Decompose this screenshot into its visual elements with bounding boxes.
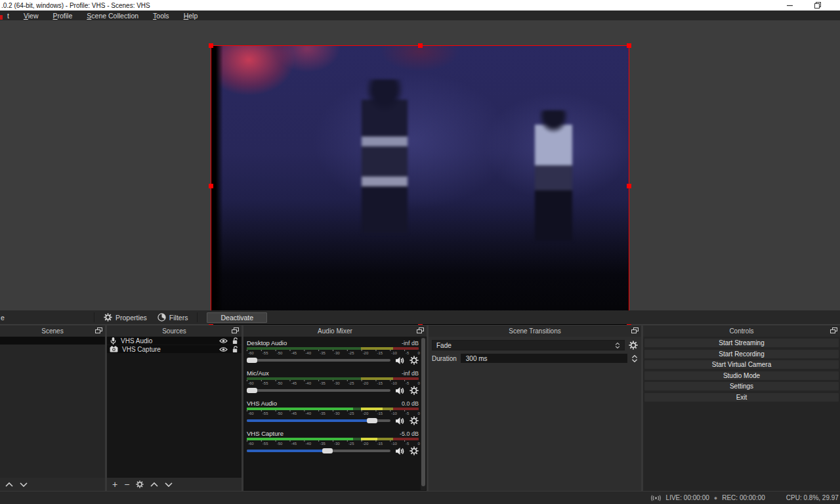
menu-tools[interactable]: Tools: [146, 12, 177, 20]
scene-transitions-panel: Scene Transitions Fade: [429, 326, 641, 491]
menu-scene-collection[interactable]: Scene Collection: [79, 12, 146, 20]
menu-bar: tViewProfileScene CollectionToolsHelp: [0, 10, 840, 20]
unlock-icon[interactable]: [232, 346, 239, 353]
guitarist-figure: [535, 110, 572, 255]
source-properties-gear-button[interactable]: [136, 480, 144, 488]
speaker-mute-icon[interactable]: [395, 356, 405, 365]
mixer-gear-icon[interactable]: [410, 416, 419, 425]
status-bar: LIVE: 00:00:00 ● REC: 00:00:00 CPU: 0.8%…: [0, 492, 840, 504]
start-streaming-button[interactable]: Start Streaming: [644, 339, 839, 347]
studio-mode-button[interactable]: Studio Mode: [644, 371, 839, 380]
transition-value: Fade: [436, 342, 452, 349]
volume-slider[interactable]: [247, 386, 390, 395]
duration-spinner-arrows[interactable]: [631, 355, 638, 362]
cpu-fps-stats: CPU: 0.8%, 29.97 fps: [786, 494, 840, 501]
deactivate-button[interactable]: Deactivate: [207, 312, 267, 323]
volume-slider-handle[interactable]: [322, 448, 333, 453]
resize-handle-right[interactable]: [627, 184, 631, 188]
selected-source-bounds[interactable]: [211, 46, 629, 325]
transition-properties-gear-icon[interactable]: [629, 341, 638, 350]
menu-profile[interactable]: Profile: [46, 12, 80, 20]
popout-icon[interactable]: [830, 327, 837, 335]
add-source-button[interactable]: +: [112, 480, 117, 489]
scenes-list[interactable]: [0, 337, 105, 478]
scenes-toolbar: [0, 478, 105, 491]
move-scene-up-button[interactable]: [5, 482, 13, 487]
sources-panel-header[interactable]: Sources: [107, 326, 242, 337]
audio-mixer-header[interactable]: Audio Mixer: [243, 326, 427, 337]
clipped-red-icon: [0, 15, 3, 20]
menu-help[interactable]: Help: [177, 12, 205, 20]
move-source-down-button[interactable]: [165, 482, 173, 487]
mixer-gear-icon[interactable]: [410, 446, 419, 455]
visibility-eye-icon[interactable]: [219, 338, 228, 344]
resize-handle-top-right[interactable]: [627, 43, 631, 48]
popout-icon[interactable]: [95, 327, 102, 335]
scene-transitions-body: Fade Duration 300 ms: [429, 337, 641, 491]
sources-toolbar: + −: [107, 478, 242, 491]
popout-icon[interactable]: [417, 327, 424, 335]
controls-header[interactable]: Controls: [643, 326, 840, 337]
meter-scale: -60-55-50-45-40-35-30-25-20-15-10-50: [247, 410, 419, 415]
volume-slider[interactable]: [247, 356, 390, 365]
scene-row-selected[interactable]: [0, 337, 105, 345]
mixer-channel-mic-aux: Mic/Aux -inf dB -60-55-50-45-40-35-30-25…: [247, 369, 419, 395]
speaker-mute-icon[interactable]: [395, 417, 405, 425]
mixer-channel-desktop-audio: Desktop Audio -inf dB -60-55-50-45-40-35…: [247, 339, 419, 365]
scene-transitions-header[interactable]: Scene Transitions: [429, 326, 641, 337]
volume-slider[interactable]: [247, 446, 390, 455]
properties-button[interactable]: Properties: [98, 311, 152, 324]
scenes-panel-header[interactable]: Scenes: [0, 326, 105, 337]
speaker-mute-icon[interactable]: [395, 447, 405, 455]
start-virtual-camera-button[interactable]: Start Virtual Camera: [644, 360, 839, 369]
restore-button[interactable]: [814, 1, 822, 9]
settings-button[interactable]: Settings: [644, 382, 839, 390]
source-row-vhs-capture[interactable]: VHS Capture: [107, 345, 242, 354]
volume-slider-handle[interactable]: [247, 358, 257, 363]
volume-slider-handle[interactable]: [367, 418, 377, 423]
unlock-icon[interactable]: [232, 337, 239, 345]
meter-scale: -60-55-50-45-40-35-30-25-20-15-10-50: [247, 380, 419, 385]
remove-source-button[interactable]: −: [124, 480, 129, 489]
gear-icon: [104, 313, 112, 322]
resize-handle-top-left[interactable]: [209, 43, 213, 48]
start-recording-button[interactable]: Start Recording: [644, 350, 839, 358]
transition-select[interactable]: Fade: [432, 340, 625, 350]
sources-panel-title: Sources: [162, 327, 186, 335]
scene-transitions-title: Scene Transitions: [509, 327, 561, 335]
minimize-button[interactable]: [786, 1, 794, 9]
volume-slider[interactable]: [247, 416, 390, 425]
exit-button[interactable]: Exit: [644, 393, 839, 402]
move-scene-down-button[interactable]: [20, 482, 28, 487]
visibility-eye-icon[interactable]: [219, 346, 228, 352]
source-row-vhs-audio[interactable]: VHS Audio: [107, 337, 242, 345]
controls-body: Start StreamingStart RecordingStart Virt…: [643, 337, 840, 491]
duration-label: Duration: [432, 355, 457, 362]
transition-select-arrows[interactable]: [615, 343, 620, 348]
popout-icon[interactable]: [232, 327, 239, 335]
mixer-channel-name: Mic/Aux: [247, 369, 269, 377]
preview-canvas[interactable]: [0, 20, 840, 310]
sources-panel: Sources VHS Audio VHS Capture + −: [107, 326, 242, 491]
filters-icon: [158, 313, 166, 322]
mixer-gear-icon[interactable]: [410, 386, 419, 395]
resize-handle-top-center[interactable]: [418, 43, 423, 48]
mixer-channel-vhs-capture: VHS Capture -5.0 dB -60-55-50-45-40-35-3…: [247, 430, 419, 455]
rec-timer: REC: 00:00:00: [722, 494, 765, 501]
mixer-channel-name: Desktop Audio: [247, 339, 287, 346]
mixer-channel-name: VHS Audio: [247, 400, 277, 407]
duration-input[interactable]: 300 ms: [461, 354, 627, 363]
speaker-mute-icon[interactable]: [395, 387, 405, 395]
resize-handle-left[interactable]: [209, 184, 213, 188]
mixer-gear-icon[interactable]: [410, 356, 419, 365]
sources-list[interactable]: VHS Audio VHS Capture: [107, 337, 242, 478]
volume-slider-handle[interactable]: [247, 388, 257, 393]
mixer-db-value: -inf dB: [402, 370, 419, 377]
popout-icon[interactable]: [631, 327, 639, 335]
mixer-scrollbar[interactable]: [421, 337, 426, 490]
filters-label: Filters: [169, 314, 188, 322]
filters-button[interactable]: Filters: [152, 311, 194, 324]
move-source-up-button[interactable]: [150, 482, 158, 487]
menu-view[interactable]: View: [16, 12, 46, 20]
mixer-db-value: -inf dB: [402, 340, 419, 346]
